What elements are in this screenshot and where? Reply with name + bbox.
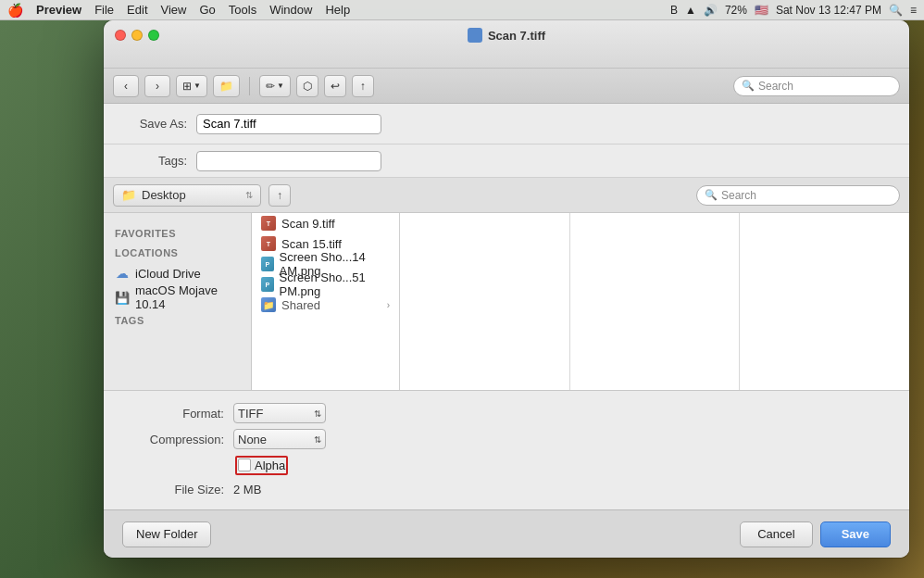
new-folder-button[interactable]: New Folder <box>122 521 211 547</box>
file-list: T Scan 9.tiff T Scan 15.tiff P Screen Sh… <box>252 213 400 390</box>
bottom-buttons: New Folder Cancel Save <box>104 509 909 558</box>
tags-section-title: Tags <box>104 309 251 329</box>
tags-label: Tags: <box>122 154 187 168</box>
alpha-checkbox[interactable] <box>238 459 251 471</box>
titlebar: Scan 7.tiff <box>104 20 909 69</box>
location-label: Desktop <box>142 188 186 202</box>
location-search[interactable]: 🔍 Search <box>696 185 900 206</box>
format-select[interactable]: TIFF ⇅ <box>233 403 326 423</box>
help-menu[interactable]: Help <box>325 3 350 17</box>
file-name: Screen Sho...51 PM.png <box>280 270 391 298</box>
forward-button[interactable]: › <box>144 75 170 97</box>
tiff-icon: T <box>261 216 276 231</box>
volume-icon[interactable]: 🔊 <box>704 4 718 17</box>
action-button[interactable]: ↩ <box>324 75 346 97</box>
preview-panel-2 <box>570 213 741 390</box>
save-button[interactable]: Save <box>820 521 891 547</box>
location-search-placeholder: Search <box>721 189 756 202</box>
toolbar-separator <box>249 77 250 95</box>
close-button[interactable] <box>115 30 126 41</box>
folder-icon: 📁 <box>121 188 136 202</box>
tags-row: Tags: <box>104 144 909 178</box>
menubar-right: B ▲ 🔊 72% 🇺🇸 Sat Nov 13 12:47 PM 🔍 ≡ <box>670 4 917 17</box>
toolbar: ‹ › ⊞ ▼ 📁 ✏ ▼ ⬡ ↩ ↑ 🔍 Search <box>104 69 909 104</box>
favorites-section-title: Favorites <box>104 222 251 242</box>
parent-folder-button[interactable]: ↑ <box>268 184 291 207</box>
view-menu[interactable]: View <box>161 3 187 17</box>
png-icon: P <box>261 257 274 271</box>
stamp-button[interactable]: ⬡ <box>296 75 318 97</box>
minimize-button[interactable] <box>131 30 143 41</box>
window-menu[interactable]: Window <box>269 3 312 17</box>
format-label: Format: <box>122 407 224 421</box>
preview-panel-1 <box>400 213 570 390</box>
list-item[interactable]: P Screen Sho...51 PM.png <box>252 274 399 295</box>
filesize-row: File Size: 2 MB <box>122 478 891 500</box>
compression-label: Compression: <box>122 433 224 446</box>
share-button[interactable]: ↑ <box>352 75 374 97</box>
alpha-checkbox-wrapper: Alpha <box>235 456 288 475</box>
harddrive-icon: 💾 <box>115 290 130 305</box>
spotlight-icon[interactable]: 🔍 <box>889 4 903 17</box>
main-content: Favorites Locations ☁ iCloud Drive 💾 mac… <box>104 213 909 390</box>
menubar: 🍎 Preview File Edit View Go Tools Window… <box>0 0 924 20</box>
compression-dropdown-arrow: ⇅ <box>314 434 321 445</box>
sidebar-item-macos[interactable]: 💾 macOS Mojave 10.14 <box>104 285 251 309</box>
saveas-input[interactable] <box>196 114 381 134</box>
app-menu[interactable]: Preview <box>36 3 81 17</box>
format-dropdown-arrow: ⇅ <box>314 408 321 419</box>
location-bar: 📁 Desktop ⇅ ↑ 🔍 Search <box>104 178 909 213</box>
compression-select[interactable]: None ⇅ <box>233 429 326 449</box>
file-name: Scan 15.tiff <box>281 237 342 251</box>
file-icon <box>468 28 482 43</box>
cancel-button[interactable]: Cancel <box>740 521 812 547</box>
compression-value: None <box>238 433 267 446</box>
dialog-title: Scan 7.tiff <box>468 28 545 43</box>
folder-expand-arrow: › <box>387 300 390 310</box>
action-buttons: Cancel Save <box>740 521 891 547</box>
preview-panel-3 <box>740 213 909 390</box>
shared-folder-icon: 📁 <box>261 297 276 312</box>
macos-label: macOS Mojave 10.14 <box>135 283 240 311</box>
search-placeholder: Search <box>758 80 793 93</box>
save-dialog: Scan 7.tiff ‹ › ⊞ ▼ 📁 ✏ ▼ ⬡ ↩ ↑ 🔍 Search… <box>104 20 909 558</box>
toolbar-search[interactable]: 🔍 Search <box>733 76 900 96</box>
file-name: Scan 9.tiff <box>281 217 335 231</box>
sidebar-item-icloud[interactable]: ☁ iCloud Drive <box>104 261 251 285</box>
list-item[interactable]: T Scan 9.tiff <box>252 213 399 233</box>
location-search-icon: 🔍 <box>705 189 718 201</box>
location-dropdown[interactable]: 📁 Desktop ⇅ <box>113 184 261 207</box>
flag-icon[interactable]: 🇺🇸 <box>755 4 768 17</box>
battery-indicator[interactable]: 72% <box>725 4 747 17</box>
datetime: Sat Nov 13 12:47 PM <box>776 4 881 17</box>
go-menu[interactable]: Go <box>199 3 215 17</box>
notification-icon[interactable]: ≡ <box>910 4 917 17</box>
dropdown-arrow: ⇅ <box>245 190 253 200</box>
format-row: Format: TIFF ⇅ <box>122 400 891 426</box>
new-folder-toolbar-button[interactable]: 📁 <box>213 75 240 97</box>
wifi-icon[interactable]: ▲ <box>685 4 696 17</box>
window-controls <box>115 30 159 41</box>
bluetooth-icon[interactable]: B <box>670 4 678 17</box>
format-value: TIFF <box>238 407 263 421</box>
icloud-label: iCloud Drive <box>135 267 201 281</box>
tags-input[interactable] <box>196 151 381 171</box>
locations-section-title: Locations <box>104 242 251 261</box>
saveas-label: Save As: <box>122 117 187 131</box>
apple-menu[interactable]: 🍎 <box>7 3 23 18</box>
view-toggle-button[interactable]: ⊞ ▼ <box>176 75 207 97</box>
tools-menu[interactable]: Tools <box>229 3 256 17</box>
png-icon: P <box>261 277 274 292</box>
back-button[interactable]: ‹ <box>113 75 139 97</box>
edit-menu[interactable]: Edit <box>127 3 147 17</box>
file-menu[interactable]: File <box>94 3 114 17</box>
maximize-button[interactable] <box>148 30 159 41</box>
saveas-row: Save As: <box>104 104 909 144</box>
tiff-icon: T <box>261 236 276 251</box>
alpha-row: Alpha <box>122 452 891 478</box>
bottom-options: Format: TIFF ⇅ Compression: None ⇅ Alpha… <box>104 390 909 509</box>
preview-panels <box>400 213 909 390</box>
filesize-label: File Size: <box>122 483 224 496</box>
title-text: Scan 7.tiff <box>488 29 545 43</box>
pen-tool-button[interactable]: ✏ ▼ <box>259 75 291 97</box>
